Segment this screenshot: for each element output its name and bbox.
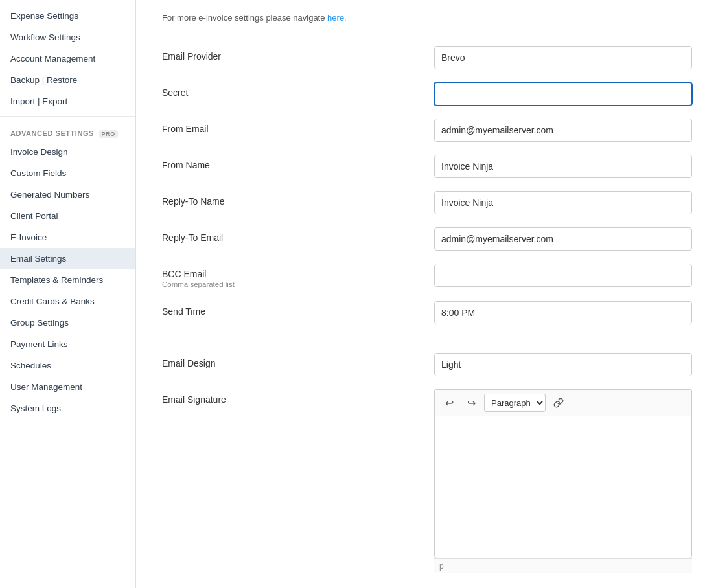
sidebar-item-backup-restore[interactable]: Backup | Restore bbox=[0, 69, 135, 91]
email-design-label: Email Design bbox=[162, 353, 434, 368]
email-signature-editor-body[interactable] bbox=[434, 416, 692, 558]
undo-button[interactable]: ↩ bbox=[440, 394, 458, 412]
send-time-input[interactable] bbox=[434, 301, 692, 324]
top-note: For more e-invoice settings please navig… bbox=[162, 13, 692, 30]
sidebar-item-workflow-settings[interactable]: Workflow Settings bbox=[0, 27, 135, 48]
send-time-label: Send Time bbox=[162, 301, 434, 317]
email-signature-editor-wrap: ↩ ↪ Paragraph p bbox=[434, 389, 692, 573]
from-email-row: From Email bbox=[162, 119, 692, 142]
bcc-email-row: BCC Email Comma separated list bbox=[162, 264, 692, 288]
sidebar-divider bbox=[0, 116, 135, 117]
email-signature-row: Email Signature ↩ ↪ Paragraph bbox=[162, 389, 692, 573]
from-name-input[interactable] bbox=[434, 155, 692, 178]
email-provider-input-wrap bbox=[434, 46, 692, 69]
bcc-email-input-wrap bbox=[434, 264, 692, 287]
sidebar-item-e-invoice[interactable]: E-Invoice bbox=[0, 227, 135, 248]
email-signature-label: Email Signature bbox=[162, 389, 434, 405]
bcc-email-input[interactable] bbox=[434, 264, 692, 287]
reply-to-name-input-wrap bbox=[434, 191, 692, 214]
secret-label: Secret bbox=[162, 82, 434, 98]
reply-to-email-input[interactable] bbox=[434, 227, 692, 251]
sidebar-item-email-settings[interactable]: Email Settings bbox=[0, 248, 135, 269]
email-design-row: Email Design bbox=[162, 353, 692, 376]
email-provider-row: Email Provider bbox=[162, 46, 692, 69]
sidebar-item-credit-cards-banks[interactable]: Credit Cards & Banks bbox=[0, 291, 135, 312]
sidebar-item-group-settings[interactable]: Group Settings bbox=[0, 312, 135, 334]
here-link[interactable]: here. bbox=[327, 13, 347, 23]
email-provider-input[interactable] bbox=[434, 46, 692, 69]
email-settings-panel: For more e-invoice settings please navig… bbox=[136, 0, 718, 588]
editor-footer: p bbox=[434, 558, 692, 573]
secret-input[interactable] bbox=[434, 82, 692, 106]
secret-row: Secret bbox=[162, 82, 692, 106]
sidebar: Expense Settings Workflow Settings Accou… bbox=[0, 0, 136, 588]
pro-badge: PRO bbox=[99, 130, 118, 138]
separator bbox=[162, 337, 692, 353]
editor-toolbar: ↩ ↪ Paragraph bbox=[434, 389, 692, 416]
sidebar-item-templates-reminders[interactable]: Templates & Reminders bbox=[0, 269, 135, 291]
link-button[interactable] bbox=[550, 394, 568, 412]
from-email-label: From Email bbox=[162, 119, 434, 134]
reply-to-email-input-wrap bbox=[434, 227, 692, 251]
sidebar-item-client-portal[interactable]: Client Portal bbox=[0, 205, 135, 227]
email-design-input[interactable] bbox=[434, 353, 692, 376]
send-time-input-wrap bbox=[434, 301, 692, 324]
sidebar-item-payment-links[interactable]: Payment Links bbox=[0, 334, 135, 355]
secret-input-wrap bbox=[434, 82, 692, 106]
reply-to-email-label: Reply-To Email bbox=[162, 227, 434, 243]
sidebar-item-system-logs[interactable]: System Logs bbox=[0, 398, 135, 419]
paragraph-select[interactable]: Paragraph bbox=[484, 394, 546, 412]
from-email-input[interactable] bbox=[434, 119, 692, 142]
bcc-email-label: BCC Email Comma separated list bbox=[162, 264, 434, 288]
sidebar-item-expense-settings[interactable]: Expense Settings bbox=[0, 5, 135, 27]
from-name-input-wrap bbox=[434, 155, 692, 178]
main-content: For more e-invoice settings please navig… bbox=[136, 0, 718, 588]
sidebar-item-import-export[interactable]: Import | Export bbox=[0, 91, 135, 112]
advanced-settings-label: ADVANCED SETTINGS PRO bbox=[0, 120, 135, 141]
from-email-input-wrap bbox=[434, 119, 692, 142]
sidebar-item-user-management[interactable]: User Management bbox=[0, 376, 135, 398]
reply-to-name-input[interactable] bbox=[434, 191, 692, 214]
send-time-row: Send Time bbox=[162, 301, 692, 324]
from-name-label: From Name bbox=[162, 155, 434, 170]
sidebar-item-invoice-design[interactable]: Invoice Design bbox=[0, 141, 135, 163]
reply-to-name-label: Reply-To Name bbox=[162, 191, 434, 207]
email-design-input-wrap bbox=[434, 353, 692, 376]
redo-button[interactable]: ↪ bbox=[462, 394, 480, 412]
reply-to-name-row: Reply-To Name bbox=[162, 191, 692, 214]
email-provider-label: Email Provider bbox=[162, 46, 434, 62]
reply-to-email-row: Reply-To Email bbox=[162, 227, 692, 251]
sidebar-item-schedules[interactable]: Schedules bbox=[0, 355, 135, 376]
sidebar-item-custom-fields[interactable]: Custom Fields bbox=[0, 163, 135, 184]
sidebar-item-generated-numbers[interactable]: Generated Numbers bbox=[0, 184, 135, 205]
bcc-email-sublabel: Comma separated list bbox=[162, 280, 434, 288]
sidebar-item-account-management[interactable]: Account Management bbox=[0, 48, 135, 69]
from-name-row: From Name bbox=[162, 155, 692, 178]
